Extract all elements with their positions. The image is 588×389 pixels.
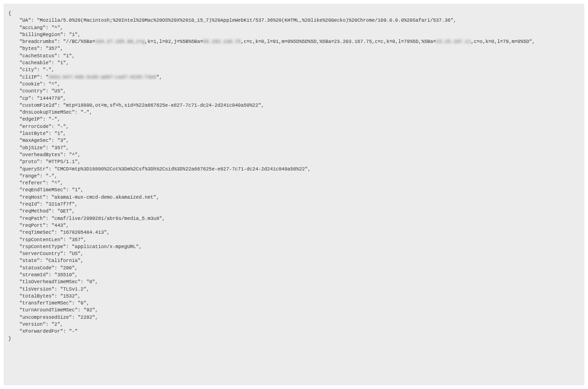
json-key: "overheadBytes": bbox=[19, 152, 69, 158]
json-value: "0" bbox=[78, 300, 86, 306]
json-entry-reqEndTimeMSec: "reqEndTimeMSec": "1", bbox=[8, 187, 580, 194]
json-key: "turnAroundTimeMSec": bbox=[19, 307, 84, 313]
json-entry-reqId: "reqId": "321a7f7f", bbox=[8, 201, 580, 208]
json-key: "cliIP": bbox=[19, 74, 46, 80]
json-key: "state": bbox=[19, 258, 46, 263]
json-entry-customField: "customField": "mtp=18800,ot=m,sf=h,sid=… bbox=[8, 102, 580, 109]
json-key: "tlsVersion": bbox=[19, 286, 60, 292]
json-key: "range": bbox=[19, 173, 46, 179]
json-open-brace: { bbox=[8, 10, 580, 17]
json-entry-country: "country": "US", bbox=[8, 88, 580, 95]
json-key: "UA": bbox=[19, 18, 37, 23]
json-close-brace: } bbox=[8, 335, 580, 342]
json-value: "1" bbox=[69, 32, 78, 37]
json-value: "^" bbox=[49, 81, 57, 87]
json-key: "serverCountry": bbox=[19, 251, 69, 256]
json-entry-lastByte: "lastByte": "1", bbox=[8, 130, 580, 137]
json-key: "maxAgeSec": bbox=[19, 138, 57, 143]
json-entry-transferTimeMSec: "transferTimeMSec": "0", bbox=[8, 300, 580, 307]
json-value: "92" bbox=[84, 307, 95, 313]
json-key: "city": bbox=[19, 67, 43, 73]
json-key: "cacheStatus": bbox=[19, 53, 63, 59]
json-value: "CMCD=mtp%3D18800%2Cot%3Dm%2Csf%3Dh%2Csi… bbox=[55, 166, 308, 172]
json-value: "Mozilla/5.0%20(Macintosh;%20Intel%20Mac… bbox=[37, 18, 453, 23]
json-key: "totalBytes": bbox=[19, 293, 60, 299]
json-entry-reqTimeSec: "reqTimeSec": "1678205484.413", bbox=[8, 229, 580, 236]
json-key: "billingRegion": bbox=[19, 32, 69, 37]
json-value: "HTTPS/1.1" bbox=[46, 159, 78, 164]
json-entry-range: "range": "-", bbox=[8, 173, 580, 180]
json-value: "-" bbox=[46, 173, 55, 179]
json-value: "3" bbox=[57, 138, 66, 143]
json-key: "reqTimeSec": bbox=[19, 230, 60, 235]
json-key: "rspContentType": bbox=[19, 244, 72, 249]
json-entry-tlsVersion: "tlsVersion": "TLSv1.2", bbox=[8, 286, 580, 293]
json-value-segment: 69.192.139.75 bbox=[203, 39, 241, 44]
json-entry-proto: "proto": "HTTPS/1.1", bbox=[8, 158, 580, 165]
json-value: "-" bbox=[69, 328, 78, 334]
json-value-segment: //BC/%5Ba= bbox=[66, 39, 95, 44]
json-key: "statusCode": bbox=[19, 265, 60, 271]
json-entry-reqPort: "reqPort": "443", bbox=[8, 222, 580, 229]
json-value: "^" bbox=[51, 25, 60, 30]
json-entry-edgeIP: "edgeIP": "-", bbox=[8, 116, 580, 123]
json-entry-serverCountry: "serverCountry": "US", bbox=[8, 250, 580, 257]
json-value: "^" bbox=[51, 180, 60, 186]
json-key: "cookie": bbox=[19, 81, 49, 87]
json-value-segment: ,c=c,k=0,l=91,m=0%5D%5D%5D,%5Ba=23.203.1… bbox=[241, 39, 436, 44]
json-entry-queryStr: "queryStr": "CMCD=mtp%3D18800%2Cot%3Dm%2… bbox=[8, 166, 580, 173]
json-entry-cacheStatus: "cacheStatus": "1", bbox=[8, 53, 580, 60]
json-value: "1" bbox=[72, 187, 80, 193]
json-value: "1532" bbox=[60, 293, 78, 299]
json-entry-state: "state": "California", bbox=[8, 257, 580, 264]
json-value-segment: 104.27.195.99,i=g bbox=[95, 39, 145, 44]
json-value: "US" bbox=[51, 88, 63, 94]
json-entry-cp: "cp": "1444778", bbox=[8, 95, 580, 102]
json-value: "2" bbox=[51, 322, 60, 327]
json-key: "errorCode": bbox=[19, 124, 57, 129]
json-entry-xForwardedFor: "xForwardedFor": "-" bbox=[8, 328, 580, 335]
json-entry-billingRegion: "billingRegion": "1", bbox=[8, 31, 580, 38]
json-key: "rspContentLen": bbox=[19, 237, 69, 243]
json-entry-rspContentType: "rspContentType": "application/x-mpegURL… bbox=[8, 243, 580, 250]
json-value: "1678205484.413" bbox=[60, 230, 107, 235]
json-value: "1" bbox=[63, 53, 72, 59]
json-value: "cmaf/live/2099281/abr6s/media_5.m3u8" bbox=[51, 216, 162, 221]
json-value-segment: ,k=1,l=92,j=%5B%5Ba= bbox=[145, 39, 203, 44]
json-value: "443" bbox=[51, 223, 66, 228]
json-key: "cacheable": bbox=[19, 60, 57, 66]
json-key: "accLang": bbox=[19, 25, 51, 30]
json-entry-statusCode: "statusCode": "200", bbox=[8, 265, 580, 272]
json-value: "357" bbox=[69, 237, 84, 243]
json-key: "proto": bbox=[19, 159, 46, 164]
json-entry-city: "city": "-", bbox=[8, 67, 580, 73]
json-entry-cacheable: "cacheable": "1", bbox=[8, 60, 580, 67]
json-key: "reqHost": bbox=[19, 194, 51, 200]
json-value: "2282" bbox=[78, 315, 95, 320]
json-entry-dnsLookupTimeMSec: "dnsLookupTimeMSec": "-", bbox=[8, 109, 580, 116]
json-value: "321a7f7f" bbox=[46, 201, 75, 207]
json-key: "reqMethod": bbox=[19, 208, 57, 214]
json-key: "referer": bbox=[19, 180, 51, 186]
json-key: "reqPath": bbox=[19, 216, 51, 221]
json-entry-errorCode: "errorCode": "-", bbox=[8, 123, 580, 130]
json-key: "objSize": bbox=[19, 145, 51, 151]
json-value: "application/x-mpegURL" bbox=[72, 244, 139, 249]
json-value: "-" bbox=[43, 67, 51, 73]
json-entry-maxAgeSec: "maxAgeSec": "3", bbox=[8, 137, 580, 144]
json-key: "bytes": bbox=[19, 46, 46, 51]
json-value: "0" bbox=[86, 279, 95, 285]
json-key: "tlsOverheadTimeMSec": bbox=[19, 279, 86, 285]
json-key: "uncompressedSize": bbox=[19, 315, 78, 320]
json-key: "country": bbox=[19, 88, 51, 94]
json-value: "mtp=18800,ot=m,sf=h,sid=%22a667625e-e82… bbox=[63, 103, 261, 108]
json-entry-bytes: "bytes": "357", bbox=[8, 45, 580, 52]
json-value: "1" bbox=[55, 131, 63, 136]
json-entry-accLang: "accLang": "^", bbox=[8, 24, 580, 31]
json-value: "California" bbox=[46, 258, 81, 263]
json-entry-uncompressedSize: "uncompressedSize": "2282", bbox=[8, 314, 580, 321]
json-entry-reqMethod: "reqMethod": "GET", bbox=[8, 208, 580, 215]
json-key: "dnsLookupTimeMSec": bbox=[19, 109, 80, 115]
json-value: "TLSv1.2" bbox=[60, 286, 86, 292]
json-key: "reqPort": bbox=[19, 223, 51, 228]
